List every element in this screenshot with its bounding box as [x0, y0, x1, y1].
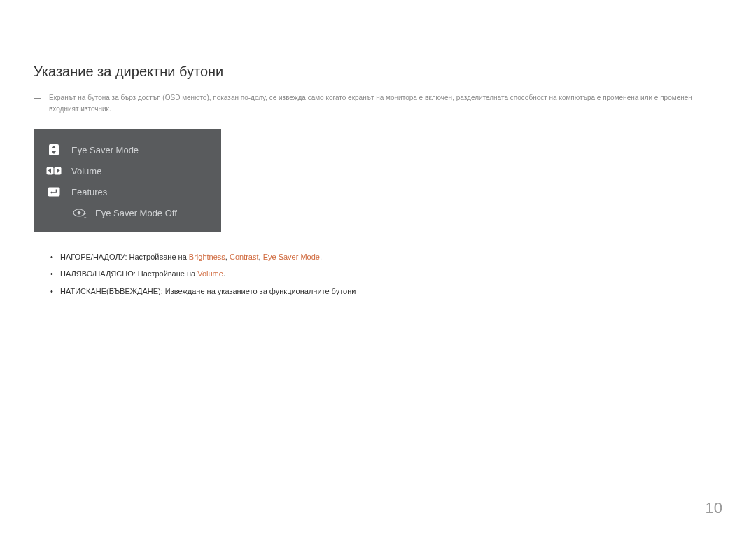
osd-label: Features — [71, 187, 107, 197]
highlight: Brightness — [189, 253, 225, 261]
list-text: НАТИСКАНЕ(ВЪВЕЖДАНЕ): Извеждане на указа… — [60, 287, 356, 295]
list-text: НАГОРЕ/НАДОЛУ: Настройване на — [60, 253, 189, 261]
osd-label: Eye Saver Mode — [71, 145, 139, 155]
list-item: НАГОРЕ/НАДОЛУ: Настройване на Brightness… — [50, 252, 722, 262]
svg-point-10 — [78, 211, 81, 214]
svg-text:+: + — [84, 215, 87, 218]
osd-row-features: Features — [34, 181, 221, 202]
list-text: . — [223, 269, 225, 278]
osd-label: Volume — [71, 166, 102, 176]
left-right-icon — [45, 164, 63, 177]
highlight: Volume — [197, 269, 223, 278]
svg-rect-7 — [48, 188, 60, 197]
description-list: НАГОРЕ/НАДОЛУ: Настройване на Brightness… — [34, 252, 722, 296]
list-text: . — [320, 253, 322, 261]
osd-row-eye-saver: Eye Saver Mode — [34, 139, 221, 160]
eye-icon: + — [73, 209, 88, 218]
page-number: 10 — [706, 499, 722, 517]
enter-icon — [45, 185, 63, 198]
list-item: НАТИСКАНЕ(ВЪВЕЖДАНЕ): Извеждане на указа… — [50, 286, 722, 296]
osd-row-status: + Eye Saver Mode Off — [34, 202, 221, 223]
list-text: НАЛЯВО/НАДЯСНО: Настройване на — [60, 269, 197, 278]
osd-row-volume: Volume — [34, 160, 221, 181]
note-text: Екранът на бутона за бърз достъп (OSD ме… — [34, 92, 722, 114]
osd-status-label: Eye Saver Mode Off — [95, 208, 177, 218]
highlight: Contrast — [230, 253, 259, 261]
section-title: Указание за директни бутони — [34, 64, 722, 80]
up-down-icon — [45, 143, 63, 156]
highlight: Eye Saver Mode — [263, 253, 320, 261]
divider-top — [34, 48, 722, 48]
osd-panel: Eye Saver Mode Volume Features — [34, 129, 221, 232]
list-item: НАЛЯВО/НАДЯСНО: Настройване на Volume. — [50, 269, 722, 279]
